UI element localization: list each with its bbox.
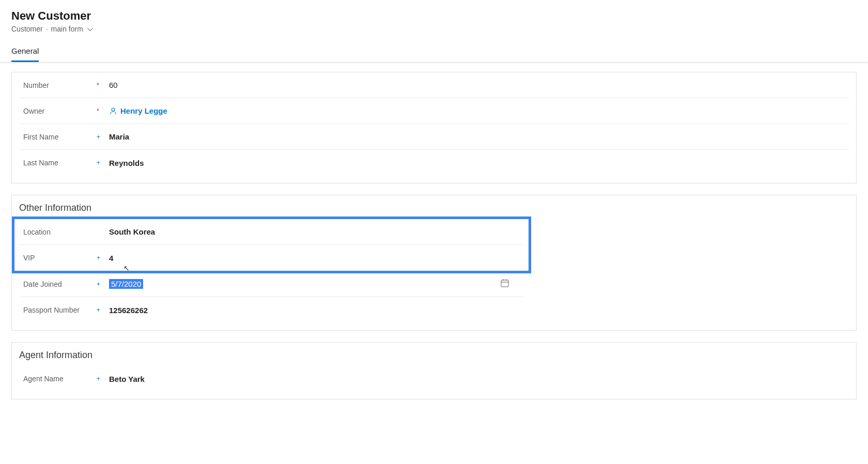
field-first-name[interactable]: First Name + Maria — [19, 124, 849, 150]
field-owner[interactable]: Owner * Henry Legge — [19, 98, 849, 124]
number-value[interactable]: 60 — [109, 81, 118, 89]
field-label: Agent Name — [19, 369, 97, 388]
section-agent-information: Agent Information Agent Name + Beto Yark — [11, 342, 857, 399]
field-label: Location — [19, 223, 97, 241]
field-label: VIP — [19, 249, 97, 267]
field-value: Beto Yark — [105, 369, 524, 389]
field-value: 5/7/2020 ↖ — [105, 273, 524, 295]
field-value: Maria — [105, 127, 849, 146]
breadcrumb-separator: · — [46, 25, 48, 33]
form-body: Number * 60 Owner * Henry Legge — [0, 63, 868, 420]
field-agent-name[interactable]: Agent Name + Beto Yark — [19, 366, 524, 392]
location-value[interactable]: South Korea — [109, 227, 155, 236]
person-icon — [109, 107, 117, 115]
required-indicator: * — [97, 107, 105, 115]
svg-point-0 — [112, 108, 115, 111]
section-title: Agent Information — [12, 343, 856, 366]
page-title: New Customer — [11, 9, 857, 23]
breadcrumb-entity: Customer — [11, 25, 43, 33]
field-passport-number[interactable]: Passport Number + 125626262 — [19, 297, 524, 323]
field-value: Henry Legge — [105, 101, 849, 120]
field-location[interactable]: Location South Korea — [19, 219, 524, 245]
tab-bar: General — [0, 37, 868, 63]
field-label: Number — [19, 76, 97, 95]
breadcrumb[interactable]: Customer · main form — [11, 25, 857, 33]
section-main: Number * 60 Owner * Henry Legge — [11, 72, 857, 183]
chevron-down-icon[interactable] — [87, 25, 93, 31]
field-value: 60 — [105, 75, 849, 95]
calendar-icon[interactable] — [500, 279, 509, 289]
vip-value[interactable]: 4 — [109, 254, 113, 262]
recommended-indicator: + — [97, 133, 105, 141]
field-value: South Korea — [105, 222, 524, 241]
field-label: First Name — [19, 128, 97, 146]
last-name-value[interactable]: Reynolds — [109, 159, 144, 167]
recommended-indicator: + — [97, 281, 105, 288]
field-vip[interactable]: VIP + 4 — [19, 245, 524, 271]
section-title: Other Information — [12, 195, 856, 219]
agent-name-value[interactable]: Beto Yark — [109, 375, 145, 383]
highlight-annotation: Location South Korea VIP + 4 — [12, 216, 531, 273]
field-label: Owner — [19, 102, 97, 120]
field-label: Passport Number — [19, 301, 97, 319]
field-label: Last Name — [19, 153, 97, 172]
field-label: Date Joined — [19, 275, 97, 293]
svg-rect-1 — [501, 280, 508, 287]
recommended-indicator: + — [97, 254, 105, 261]
recommended-indicator: + — [97, 159, 105, 166]
recommended-indicator: + — [97, 375, 105, 382]
required-indicator: * — [97, 82, 105, 89]
date-joined-value[interactable]: 5/7/2020 — [109, 279, 143, 289]
field-date-joined[interactable]: Date Joined + 5/7/2020 — [19, 271, 524, 297]
breadcrumb-form: main form — [51, 25, 83, 33]
tab-general[interactable]: General — [11, 43, 39, 62]
field-value: Reynolds — [105, 153, 849, 173]
first-name-value[interactable]: Maria — [109, 132, 129, 141]
passport-value[interactable]: 125626262 — [109, 306, 148, 315]
field-last-name[interactable]: Last Name + Reynolds — [19, 150, 849, 176]
page-header: New Customer Customer · main form — [0, 0, 868, 37]
section-other-information: Other Information Location South Korea V… — [11, 195, 857, 331]
field-number[interactable]: Number * 60 — [19, 72, 849, 98]
recommended-indicator: + — [97, 306, 105, 314]
field-value: 125626262 — [105, 301, 524, 320]
owner-link[interactable]: Henry Legge — [120, 106, 167, 115]
field-value: 4 — [105, 249, 524, 268]
